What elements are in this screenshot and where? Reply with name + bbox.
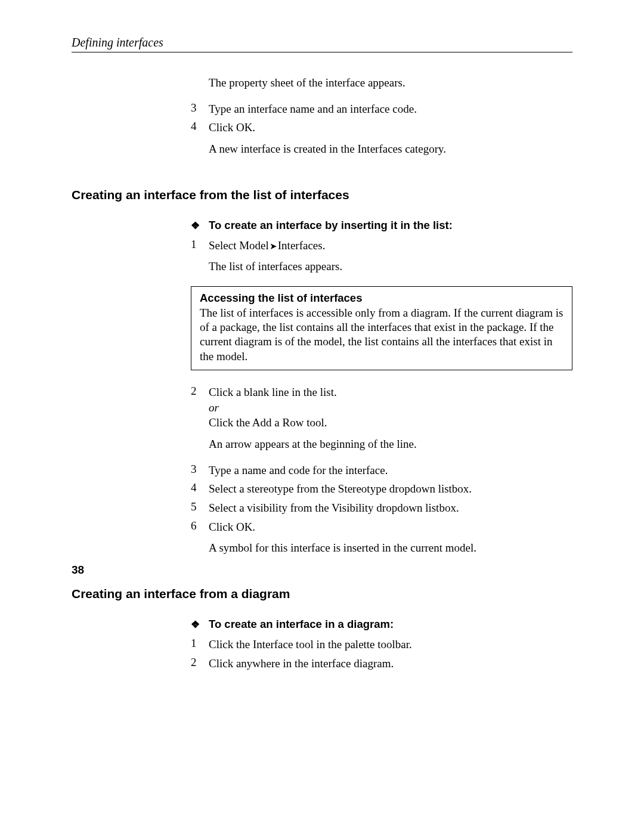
step-row: 6 Click OK. bbox=[191, 519, 572, 535]
step-line-b: Click the Add a Row tool. bbox=[209, 416, 327, 429]
step-row: 3 Type a name and code for the interface… bbox=[191, 463, 572, 478]
step-row: 5 Select a visibility from the Visibilit… bbox=[191, 500, 572, 516]
step-row: 1 Click the Interface tool in the palett… bbox=[191, 637, 572, 652]
step-row: 4 Click OK. bbox=[191, 120, 572, 135]
step-number: 1 bbox=[191, 238, 209, 253]
step-text: Click a blank line in the list. or Click… bbox=[209, 385, 337, 431]
step-text: Click OK. bbox=[209, 519, 255, 535]
step-row: 3 Type an interface name and an interfac… bbox=[191, 101, 572, 117]
section-diagram-block: ❖ To create an interface in a diagram: 1… bbox=[191, 618, 572, 671]
step-text-post: Interfaces. bbox=[278, 239, 326, 252]
step-number: 1 bbox=[191, 637, 209, 652]
procedure-heading-row: ❖ To create an interface by inserting it… bbox=[191, 219, 572, 232]
procedure-heading: To create an interface by inserting it i… bbox=[209, 219, 453, 232]
procedure-heading-row: ❖ To create an interface in a diagram: bbox=[191, 618, 572, 631]
step-text: Type a name and code for the interface. bbox=[209, 463, 388, 478]
step-row: 2 Click anywhere in the interface diagra… bbox=[191, 656, 572, 671]
body-text: The list of interfaces appears. bbox=[209, 259, 572, 274]
step-number: 2 bbox=[191, 385, 209, 431]
section-heading: Creating an interface from the list of i… bbox=[72, 188, 572, 202]
page: Defining interfaces The property sheet o… bbox=[0, 0, 644, 833]
body-text: The property sheet of the interface appe… bbox=[209, 75, 572, 91]
step-row: 4 Select a stereotype from the Stereotyp… bbox=[191, 481, 572, 497]
body-text: An arrow appears at the beginning of the… bbox=[209, 436, 572, 452]
continuation-block: The property sheet of the interface appe… bbox=[191, 75, 572, 157]
body-text: A symbol for this interface is inserted … bbox=[209, 540, 572, 556]
step-or: or bbox=[209, 401, 219, 414]
step-number: 5 bbox=[191, 500, 209, 516]
step-text-pre: Select Model bbox=[209, 239, 269, 252]
step-row: 2 Click a blank line in the list. or Cli… bbox=[191, 385, 572, 431]
page-number: 38 bbox=[72, 563, 84, 577]
body-text: A new interface is created in the Interf… bbox=[209, 141, 572, 157]
note-box: Accessing the list of interfaces The lis… bbox=[191, 286, 572, 370]
step-text: Click the Interface tool in the palette … bbox=[209, 637, 412, 652]
running-header: Defining interfaces bbox=[72, 36, 572, 52]
step-text: Select Model➤Interfaces. bbox=[209, 238, 325, 253]
note-title: Accessing the list of interfaces bbox=[200, 292, 564, 305]
step-number: 4 bbox=[191, 481, 209, 497]
step-text: Click anywhere in the interface diagram. bbox=[209, 656, 394, 671]
procedure-heading: To create an interface in a diagram: bbox=[209, 618, 394, 631]
step-number: 4 bbox=[191, 120, 209, 135]
diamond-bullet-icon: ❖ bbox=[191, 219, 209, 232]
step-number: 3 bbox=[191, 463, 209, 478]
step-number: 6 bbox=[191, 519, 209, 535]
diamond-bullet-icon: ❖ bbox=[191, 618, 209, 631]
step-row: 1 Select Model➤Interfaces. bbox=[191, 238, 572, 253]
step-number: 2 bbox=[191, 656, 209, 671]
section-list-block: ❖ To create an interface by inserting it… bbox=[191, 219, 572, 556]
step-text: Click OK. bbox=[209, 120, 255, 135]
step-text: Select a stereotype from the Stereotype … bbox=[209, 481, 472, 497]
step-text: Select a visibility from the Visibility … bbox=[209, 500, 459, 516]
note-body: The list of interfaces is accessible onl… bbox=[200, 306, 564, 364]
section-heading: Creating an interface from a diagram bbox=[72, 587, 572, 601]
step-text: Type an interface name and an interface … bbox=[209, 101, 417, 117]
step-line-a: Click a blank line in the list. bbox=[209, 386, 337, 398]
step-number: 3 bbox=[191, 101, 209, 117]
